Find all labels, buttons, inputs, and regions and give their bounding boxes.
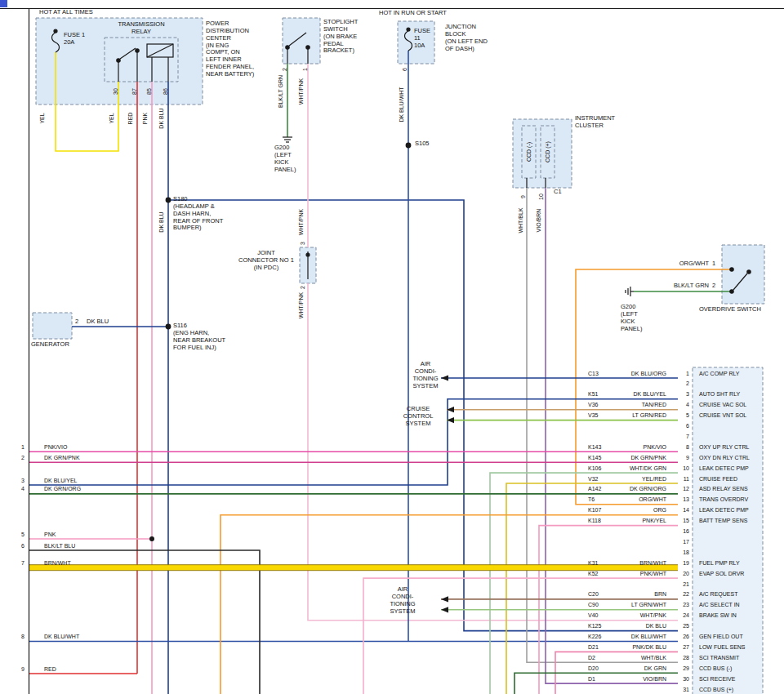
generator-wire-label: DK BLU (87, 318, 109, 326)
wire-label-pnk: PNK (142, 113, 148, 124)
left-wire-label: RED (44, 666, 56, 672)
left-wire-number: 7 (15, 560, 24, 566)
pcm-pin-number: 21 (668, 581, 689, 587)
pcm-pin-number: 28 (668, 655, 689, 661)
fuse1-terminal-dot (54, 29, 57, 33)
pcm-row-wire-color: DK GRN (601, 665, 666, 671)
overdrive-pin1: 1 (712, 260, 715, 268)
pcm-pin-number: 24 (668, 612, 689, 618)
cruise-system-label: CRUISE CONTROL SYSTEM (400, 406, 436, 428)
pcm-row-label: AUTO SHT RLY (699, 391, 740, 397)
wire-label-whtpnk-a: WHT/PNK (298, 78, 304, 105)
splice-s180-dot (166, 198, 171, 202)
overdrive-switch-box (722, 245, 764, 304)
pcm-row-circuit: K145 (588, 455, 601, 460)
pcm-pin-number: 29 (668, 665, 689, 671)
ac-system-label-1: AIR CONDI- TIONING SYSTEM (410, 361, 441, 389)
pcm-row-circuit: V32 (588, 476, 598, 482)
pcm-pin-number: 13 (668, 496, 689, 502)
pcm-row-wire-color: PNK/VIO (601, 444, 666, 450)
pcm-row-wire-color: PNK/DK BLU (601, 644, 666, 650)
stoplight-pin-2: 2 (282, 68, 287, 71)
pcm-row-label: GEN FIELD OUT (699, 634, 743, 639)
wire-label-yel-a: YEL (39, 113, 45, 123)
ac-arrow-2 (441, 596, 448, 602)
ac-system-label-2: AIR CONDI- TIONING SYSTEM (387, 586, 418, 615)
ccd-minus-label: CCD (-) (526, 142, 532, 162)
pcm-row-label: FUEL PMP RLY (699, 560, 740, 566)
pcm-row-wire-color: LT GRN/WHT (601, 602, 666, 607)
splice-pnk-dot (150, 537, 154, 541)
pcm-row-wire-color: DK GRN/PNK (601, 455, 666, 460)
cluster-pin-10: 10 (538, 194, 544, 200)
splice-s105-label: S105 (415, 140, 430, 148)
wire-label-whtblk: WHT/BLK (518, 207, 523, 233)
left-wire-label: DK BLU/WHT (44, 634, 79, 639)
pcm-row-label: CCD BUS (+) (699, 687, 733, 692)
pcm-pin-number: 27 (668, 644, 689, 650)
wire-label-blkltgrn: BLK/LT GRN (278, 75, 283, 108)
wire-label-viobrn: VIO/BRN (536, 209, 541, 233)
pcm-pin-number: 23 (668, 602, 689, 607)
hot-at-all-times-label: HOT AT ALL TIMES (39, 9, 93, 16)
pcm-row-wire-color: YEL/RED (601, 476, 666, 482)
left-wire-number: 5 (15, 532, 24, 537)
overdrive-wire1-label: ORG/WHT (675, 260, 709, 268)
junction-block-title: JUNCTION BLOCK (ON LEFT END OF DASH) (445, 24, 488, 52)
ground-g200-right-symbol (626, 287, 634, 296)
pcm-pin-number: 12 (668, 486, 689, 492)
pcm-row-label: LEAK DETEC PMP (699, 465, 749, 471)
pcm-row-label: A/C SELECT IN (699, 602, 740, 607)
pcm-row-wire-color: DK GRN/ORG (601, 486, 666, 492)
left-wire-label: PNK/VIO (44, 444, 67, 450)
fuse11-label: FUSE 11 10A (414, 28, 430, 50)
pcm-pin-number: 31 (668, 687, 689, 692)
pcm-pin-number: 22 (668, 591, 689, 597)
pcm-row-wire-color: WHT/PNK (601, 612, 666, 618)
relay-pin-30: 30 (113, 88, 118, 95)
pcm-pin-number: 15 (668, 518, 689, 523)
pcm-pin-number: 10 (668, 465, 689, 471)
left-wire-label: BRN/WHT (44, 560, 71, 566)
ccd-plus-label: CCD (+) (545, 141, 550, 162)
pcm-pin-number: 9 (668, 455, 689, 460)
pcm-row-wire-color: ORG/WHT (601, 496, 666, 502)
wire-label-whtpnk-c: WHT/PNK (298, 292, 304, 318)
pcm-row-circuit: C20 (588, 591, 599, 597)
pcm-row-label: SCI RECEIVE (699, 676, 735, 682)
pcm-row-circuit: V35 (588, 412, 598, 418)
relay-pin-86: 86 (163, 88, 168, 95)
pcm-pin-number: 2 (668, 380, 689, 386)
cluster-pin-9: 9 (520, 195, 526, 198)
pcm-row-circuit: K143 (588, 444, 601, 450)
pcm-row-circuit: D21 (588, 644, 599, 650)
pcm-row-wire-color: DK BLU/WHT (601, 634, 666, 639)
left-wire-number: 2 (15, 455, 24, 460)
pcm-row-label: TRANS OVERDRV (699, 496, 748, 502)
joint-pin-2: 2 (300, 286, 305, 289)
left-wire-number: 9 (15, 666, 24, 672)
pdc-title: POWER DISTRIBUTION CENTER (IN ENG COMPT,… (206, 20, 254, 78)
pcm-row-circuit: K118 (588, 518, 601, 523)
generator-label: GENERATOR (31, 341, 69, 349)
pcm-row-circuit: D2 (588, 655, 595, 661)
pcm-row-circuit: D20 (588, 665, 599, 671)
pcm-row-label: A/C REQUEST (699, 591, 737, 597)
splice-s116-dot (166, 324, 171, 329)
pcm-row-circuit: K107 (588, 507, 601, 513)
pcm-row-wire-color: ORG (601, 507, 666, 513)
joint-connector-title: JOINT CONNECTOR NO 1 (IN PDC) (235, 250, 297, 272)
wire-row3 (29, 399, 678, 485)
pcm-row-wire-color: BRN/WHT (601, 560, 666, 566)
ground-g200-right-label: G200 (LEFT KICK PANEL) (621, 304, 643, 332)
left-wire-label: PNK (44, 532, 56, 537)
wire-row10 (490, 473, 678, 694)
stoplight-switch-box (283, 18, 320, 64)
ground-g200-left-label: G200 (LEFT KICK PANEL) (274, 145, 296, 173)
generator-box (33, 313, 72, 339)
stoplight-switch-title: STOPLIGHT SWITCH (ON BRAKE PEDAL BRACKET… (323, 19, 358, 55)
left-wire-number: 4 (15, 486, 24, 492)
stoplight-pin-1: 1 (302, 68, 308, 71)
pcm-pin-number: 20 (668, 571, 689, 576)
relay-pin-85: 85 (146, 88, 152, 95)
